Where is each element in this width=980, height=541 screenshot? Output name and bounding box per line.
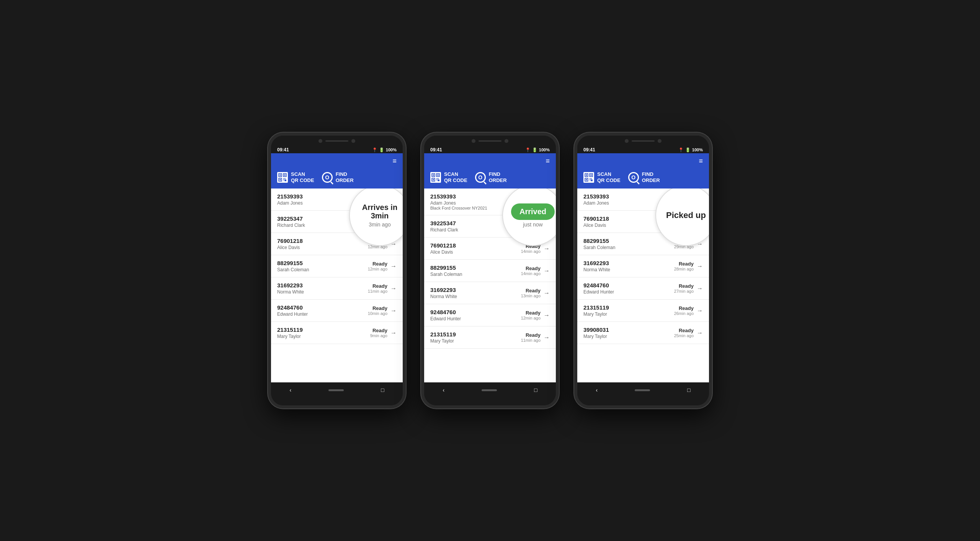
order-item[interactable]: 21315119 Mary Taylor Ready 11min ago → <box>424 326 556 349</box>
order-info: 31692293 Norma White <box>430 287 457 299</box>
svg-rect-29 <box>591 179 593 181</box>
recents-button[interactable]: □ <box>687 387 690 393</box>
recents-button[interactable]: □ <box>381 387 384 393</box>
back-button[interactable]: ‹ <box>596 387 598 393</box>
camera-dot <box>625 139 629 143</box>
order-info: 88299155 Sarah Coleman <box>277 260 309 272</box>
scan-label: SCAN QR CODE <box>444 171 467 183</box>
back-button[interactable]: ‹ <box>289 387 291 393</box>
recents-button[interactable]: □ <box>534 387 537 393</box>
order-item[interactable]: 31692293 Norma White Ready 11min ago → <box>271 277 403 300</box>
order-arrow[interactable]: → <box>390 307 397 314</box>
order-id: 92484760 <box>430 309 461 315</box>
order-id: 21315119 <box>430 331 456 338</box>
order-item[interactable]: 21539393 Adam Jones Black Ford Crossover… <box>424 189 556 215</box>
order-arrow[interactable]: → <box>544 267 550 274</box>
order-arrow[interactable]: → <box>697 307 703 314</box>
qr-icon <box>583 172 594 183</box>
status-time-text: 11min ago <box>521 338 541 343</box>
order-item[interactable]: 92484760 Edward Hunter Ready 27min ago → <box>577 277 709 300</box>
order-name: Mary Taylor <box>583 334 609 339</box>
order-arrow[interactable]: → <box>390 263 397 270</box>
order-status-area: Ready 11min ago → <box>368 283 397 293</box>
menu-icon[interactable]: ≡ <box>392 157 397 165</box>
order-item[interactable]: 92484760 Edward Hunter Ready 10min ago → <box>271 300 403 322</box>
picked-title: Picked up <box>666 210 706 220</box>
back-button[interactable]: ‹ <box>443 387 444 393</box>
order-item[interactable]: 21539393 Adam Jones → Picked up <box>577 189 709 211</box>
order-name: Alice Davis <box>277 245 303 250</box>
find-order-button[interactable]: O FIND ORDER <box>322 171 354 183</box>
battery-level: 100% <box>692 148 703 152</box>
status-time-text: 27min ago <box>674 289 694 293</box>
find-text-1: FIND <box>642 171 660 177</box>
order-info: 31692293 Norma White <box>583 260 610 272</box>
find-order-button[interactable]: O FIND ORDER <box>628 171 660 183</box>
order-item[interactable]: 31692293 Norma White Ready 28min ago → <box>577 255 709 277</box>
status-right: 📍 🔋 100% <box>372 148 397 152</box>
arrives-subtitle: 3min ago <box>369 221 391 228</box>
order-info: 76901218 Alice Davis <box>583 215 609 228</box>
order-name: Mary Taylor <box>583 311 609 317</box>
order-item[interactable]: 39908031 Mary Taylor Ready 25min ago → <box>577 322 709 344</box>
order-item[interactable]: 88299155 Sarah Coleman Ready 14min ago → <box>424 260 556 282</box>
find-label: FIND ORDER <box>642 171 660 183</box>
menu-icon[interactable]: ≡ <box>546 157 550 165</box>
order-arrow[interactable]: → <box>544 290 550 297</box>
order-arrow[interactable]: → <box>697 330 703 336</box>
order-info: 92484760 Edward Hunter <box>583 282 614 295</box>
speaker-bar <box>479 140 501 142</box>
order-arrow[interactable]: → <box>390 285 397 292</box>
order-name: Alice Davis <box>583 223 609 228</box>
order-status: Ready 11min ago <box>521 332 541 343</box>
order-item[interactable]: 31692293 Norma White Ready 13min ago → <box>424 282 556 304</box>
order-item[interactable]: 88299155 Sarah Coleman Ready 12min ago → <box>271 255 403 277</box>
order-arrow[interactable]: → <box>544 334 550 341</box>
phone-bottom-nav: ‹ □ <box>577 382 709 398</box>
order-id: 31692293 <box>430 287 457 293</box>
order-info: 21315119 Mary Taylor <box>430 331 456 344</box>
phone-wrapper-phone3: 09:41 📍 🔋 100% ≡ SCAN QR CODE <box>574 133 712 408</box>
time-display: 09:41 <box>430 147 442 152</box>
order-item[interactable]: 21315119 Mary Taylor Ready 9min ago → <box>271 322 403 344</box>
order-arrow[interactable]: → <box>697 285 703 292</box>
status-time-text: 12min ago <box>368 267 387 271</box>
action-bar: SCAN QR CODE O FIND ORDER <box>424 169 556 189</box>
scan-qr-button[interactable]: SCAN QR CODE <box>277 171 314 183</box>
order-arrow[interactable]: → <box>390 330 397 336</box>
scan-qr-button[interactable]: SCAN QR CODE <box>583 171 621 183</box>
order-id: 76901218 <box>430 242 456 249</box>
home-button[interactable] <box>635 389 650 391</box>
phone-bottom-bezel <box>577 398 709 405</box>
phone-top-bezel <box>424 136 556 146</box>
order-item[interactable]: 92484760 Edward Hunter Ready 12min ago → <box>424 304 556 326</box>
order-status-area: Ready 14min ago → <box>521 266 550 276</box>
order-item[interactable]: 21539393 Adam Jones Arrives in3min 3min … <box>271 189 403 211</box>
order-arrow[interactable]: → <box>544 245 550 252</box>
order-arrow[interactable]: → <box>544 312 550 319</box>
scan-qr-button[interactable]: SCAN QR CODE <box>430 171 467 183</box>
order-info: 39908031 Mary Taylor <box>583 326 609 339</box>
camera-dot-right <box>658 139 662 143</box>
order-item[interactable]: 21315119 Mary Taylor Ready 26min ago → <box>577 300 709 322</box>
order-status-area: Ready 27min ago → <box>674 283 703 293</box>
find-order-button[interactable]: O FIND ORDER <box>475 171 507 183</box>
status-time-text: 10min ago <box>368 311 387 316</box>
status-time-text: 11min ago <box>368 289 387 293</box>
app-header: ≡ <box>424 153 556 169</box>
order-id: 39225347 <box>277 215 305 222</box>
svg-rect-7 <box>285 178 286 179</box>
order-id: 92484760 <box>583 282 614 289</box>
menu-icon[interactable]: ≡ <box>699 157 703 165</box>
order-list: 21539393 Adam Jones → Picked up 76901218… <box>577 189 709 382</box>
home-button[interactable] <box>328 389 344 391</box>
status-ready-text: Ready <box>526 332 541 338</box>
home-button[interactable] <box>482 389 497 391</box>
order-name: Sarah Coleman <box>430 272 462 277</box>
order-name: Mary Taylor <box>277 334 303 339</box>
qr-icon <box>277 172 288 183</box>
order-name: Norma White <box>583 267 610 272</box>
order-arrow[interactable]: → <box>697 263 703 270</box>
status-time-text: 28min ago <box>674 267 694 271</box>
order-info: 88299155 Sarah Coleman <box>583 238 615 250</box>
